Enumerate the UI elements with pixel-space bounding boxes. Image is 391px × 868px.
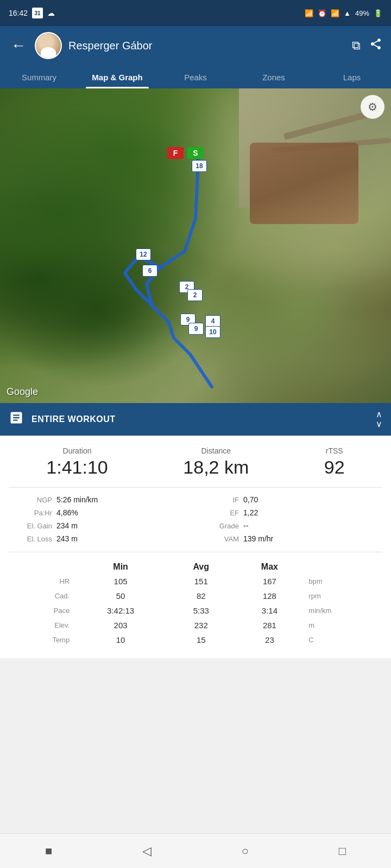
detail-elgain: El. Gain 234 m — [9, 521, 195, 530]
row-unit-2: min/km — [304, 603, 382, 618]
row-min-3: 203 — [74, 618, 167, 633]
wifi-icon: 📶 — [331, 9, 339, 17]
detail-grade: Grade -- — [195, 521, 382, 530]
marker-18[interactable]: 18 — [192, 160, 207, 172]
ngp-key: NGP — [9, 496, 52, 504]
row-avg-1: 82 — [167, 589, 235, 603]
col-header-unit — [304, 560, 382, 574]
row-min-4: 10 — [74, 633, 167, 647]
detail-col-right: IF 0,70 EF 1,22 Grade -- VAM 139 m/hr — [195, 495, 382, 547]
distance-value: 18,2 km — [183, 457, 249, 477]
marker-finish[interactable]: F — [167, 147, 184, 159]
table-row: HR 105 151 167 bpm — [9, 574, 382, 589]
share-icon[interactable] — [369, 37, 382, 54]
col-header-max: Max — [235, 560, 304, 574]
map-route-svg — [0, 88, 391, 403]
detail-if: IF 0,70 — [195, 495, 382, 504]
elgain-key: El. Gain — [9, 522, 52, 530]
if-key: IF — [195, 496, 239, 504]
detail-col-left: NGP 5:26 min/km Pa:Hr 4,86% El. Gain 234… — [9, 495, 195, 547]
nav-back-icon[interactable]: ◁ — [136, 838, 158, 865]
stat-distance: Distance 18,2 km — [183, 446, 249, 477]
pahr-key: Pa:Hr — [9, 509, 52, 517]
stat-duration: Duration 1:41:10 — [46, 446, 108, 477]
pahr-val: 4,86% — [56, 508, 78, 517]
marker-10[interactable]: 4 — [205, 315, 220, 327]
calendar-icon: 31 — [32, 8, 43, 18]
detail-ef: EF 1,22 — [195, 508, 382, 517]
workout-bar[interactable]: ENTIRE WORKOUT ∧ ∨ — [0, 403, 391, 436]
table-row: Pace 3:42:13 5:33 3:14 min/km — [9, 603, 382, 618]
col-header-label — [9, 560, 74, 574]
bottom-spacer — [0, 658, 391, 701]
col-header-min: Min — [74, 560, 167, 574]
row-avg-2: 5:33 — [167, 603, 235, 618]
row-label-4: Temp — [9, 633, 74, 647]
marker-6[interactable]: 6 — [142, 265, 157, 277]
avatar — [35, 32, 62, 59]
tab-summary[interactable]: Summary — [0, 65, 78, 88]
table-row: Elev. 203 232 281 m — [9, 618, 382, 633]
marker-16[interactable]: 2 — [187, 289, 203, 301]
row-unit-4: C — [304, 633, 382, 647]
row-max-4: 23 — [235, 633, 304, 647]
tab-peaks[interactable]: Peaks — [156, 65, 235, 88]
nav-square-icon[interactable]: ■ — [39, 838, 59, 865]
tab-bar: Summary Map & Graph Peaks Zones Laps — [0, 65, 391, 88]
detail-stats: NGP 5:26 min/km Pa:Hr 4,86% El. Gain 234… — [9, 488, 382, 552]
nav-recents-icon[interactable]: □ — [332, 838, 352, 865]
table-stats: Min Avg Max HR 105 151 167 bpm Cad. 50 8… — [9, 552, 382, 653]
map-settings-button[interactable]: ⚙ — [361, 95, 384, 119]
stats-section: Duration 1:41:10 Distance 18,2 km rTSS 9… — [0, 436, 391, 658]
row-unit-3: m — [304, 618, 382, 633]
tab-zones[interactable]: Zones — [235, 65, 313, 88]
row-avg-0: 151 — [167, 574, 235, 589]
workout-chevron[interactable]: ∧ ∨ — [376, 410, 382, 429]
row-max-0: 167 — [235, 574, 304, 589]
nav-home-icon[interactable]: ○ — [235, 838, 255, 865]
bluetooth-icon: 📶 — [305, 9, 313, 17]
table-row: Temp 10 15 23 C — [9, 633, 382, 647]
row-label-1: Cad. — [9, 589, 74, 603]
detail-vam: VAM 139 m/hr — [195, 534, 382, 543]
battery-icon: 🔋 — [374, 9, 382, 17]
bottom-nav: ■ ◁ ○ □ — [0, 833, 391, 868]
header-title: Resperger Gábor — [68, 40, 345, 52]
elloss-val: 243 m — [56, 534, 78, 543]
workout-label: ENTIRE WORKOUT — [31, 414, 376, 424]
cloud-icon: ☁ — [47, 9, 55, 17]
row-min-0: 105 — [74, 574, 167, 589]
grade-val: -- — [243, 521, 248, 530]
table-row: Cad. 50 82 128 rpm — [9, 589, 382, 603]
alarm-icon: ⏰ — [318, 9, 326, 17]
marker-start[interactable]: S — [187, 147, 204, 159]
detail-pahr: Pa:Hr 4,86% — [9, 508, 195, 517]
duration-label: Duration — [46, 446, 108, 455]
row-avg-3: 232 — [167, 618, 235, 633]
google-watermark: Google — [7, 386, 38, 398]
row-max-3: 281 — [235, 618, 304, 633]
row-avg-4: 15 — [167, 633, 235, 647]
tab-map-graph[interactable]: Map & Graph — [78, 65, 156, 88]
stats-table: Min Avg Max HR 105 151 167 bpm Cad. 50 8… — [9, 560, 382, 647]
stat-rtss: rTSS 92 — [324, 446, 345, 477]
tab-laps[interactable]: Laps — [313, 65, 391, 88]
row-max-2: 3:14 — [235, 603, 304, 618]
chevron-down-icon: ∨ — [376, 420, 382, 429]
marker-4[interactable]: 9 — [188, 323, 204, 335]
rtss-value: 92 — [324, 457, 345, 477]
signal-icon: ▲ — [344, 9, 351, 17]
marker-12[interactable]: 12 — [136, 248, 151, 260]
back-button[interactable]: ← — [9, 36, 28, 55]
status-right: 📶 ⏰ 📶 ▲ 49% 🔋 — [305, 9, 382, 17]
ef-val: 1,22 — [243, 508, 258, 517]
vam-key: VAM — [195, 535, 239, 543]
settings-icon: ⚙ — [368, 100, 377, 113]
copy-icon[interactable]: ⧉ — [352, 39, 361, 53]
map-container[interactable]: F S 18 12 6 2 2 9 9 4 10 Google ⚙ — [0, 88, 391, 403]
workout-icon — [9, 410, 24, 429]
row-label-3: Elev. — [9, 618, 74, 633]
if-val: 0,70 — [243, 495, 258, 504]
chevron-up-icon: ∧ — [376, 410, 382, 419]
marker-14[interactable]: 10 — [205, 326, 220, 338]
